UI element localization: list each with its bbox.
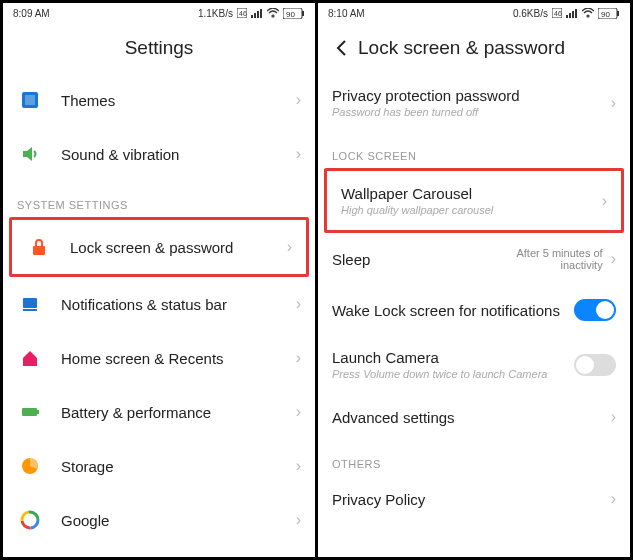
highlight-carousel: Wallpaper Carousel High quality wallpape… xyxy=(324,168,624,233)
speaker-icon xyxy=(17,141,43,167)
page-title: Lock screen & password xyxy=(358,37,565,59)
phone-left: 8:09 AM 1.1KB/s 46 90 Settings Themes › … xyxy=(3,3,318,557)
item-home[interactable]: Home screen & Recents › xyxy=(3,331,315,385)
lock-settings-list: Privacy protection password Password has… xyxy=(318,73,630,557)
lock-icon xyxy=(26,234,52,260)
item-label: Sound & vibration xyxy=(61,146,296,163)
chevron-right-icon: › xyxy=(296,403,301,421)
item-label: Notifications & status bar xyxy=(61,296,296,313)
signal-icon xyxy=(566,8,578,18)
wifi-icon xyxy=(267,8,279,18)
svg-rect-6 xyxy=(25,95,35,105)
status-time: 8:10 AM xyxy=(328,8,365,19)
svg-text:46: 46 xyxy=(554,10,562,17)
sim-icon: 46 xyxy=(237,8,247,18)
svg-text:46: 46 xyxy=(239,10,247,17)
section-lock-screen: LOCK SCREEN xyxy=(318,132,630,168)
item-storage[interactable]: Storage › xyxy=(3,439,315,493)
item-sub: Press Volume down twice to launch Camera xyxy=(332,368,574,380)
phone-right: 8:10 AM 0.6KB/s 46 90 Lock screen & pass… xyxy=(318,3,630,557)
toggle-camera[interactable] xyxy=(574,354,616,376)
google-icon xyxy=(17,507,43,533)
chevron-right-icon: › xyxy=(296,295,301,313)
item-label: Home screen & Recents xyxy=(61,350,296,367)
chevron-left-icon xyxy=(333,39,351,57)
section-system: SYSTEM SETTINGS xyxy=(3,181,315,217)
status-bar: 8:09 AM 1.1KB/s 46 90 xyxy=(3,3,315,23)
notification-icon xyxy=(17,291,43,317)
item-additional[interactable]: Additional settings › xyxy=(3,547,315,557)
item-lock-screen[interactable]: Lock screen & password › xyxy=(12,220,306,274)
item-label: Google xyxy=(61,512,296,529)
chevron-right-icon: › xyxy=(296,349,301,367)
svg-rect-11 xyxy=(37,410,39,414)
battery-icon: 90 xyxy=(283,8,305,19)
status-right: 0.6KB/s 46 90 xyxy=(513,8,620,19)
item-label: Storage xyxy=(61,458,296,475)
item-notifications[interactable]: Notifications & status bar › xyxy=(3,277,315,331)
item-advanced[interactable]: Advanced settings › xyxy=(318,394,630,440)
wifi-icon xyxy=(582,8,594,18)
item-label: Themes xyxy=(61,92,296,109)
chevron-right-icon: › xyxy=(296,511,301,529)
page-title: Settings xyxy=(125,37,194,59)
item-label: Privacy Policy xyxy=(332,491,611,508)
page-header: Settings xyxy=(3,23,315,73)
settings-list: Themes › Sound & vibration › SYSTEM SETT… xyxy=(3,73,315,557)
item-label: Lock screen & password xyxy=(70,239,287,256)
item-label: Launch Camera xyxy=(332,349,574,366)
sim-icon: 46 xyxy=(552,8,562,18)
svg-rect-7 xyxy=(33,246,45,255)
item-sub: Password has been turned off xyxy=(332,106,611,118)
chevron-right-icon: › xyxy=(296,91,301,109)
item-label: Sleep xyxy=(332,251,483,268)
status-speed: 0.6KB/s xyxy=(513,8,548,19)
status-right: 1.1KB/s 46 90 xyxy=(198,8,305,19)
svg-rect-8 xyxy=(23,298,37,308)
back-button[interactable] xyxy=(330,36,354,60)
svg-rect-24 xyxy=(617,11,619,16)
battery-perf-icon xyxy=(17,399,43,425)
item-label: Wallpaper Carousel xyxy=(341,185,602,202)
chevron-right-icon: › xyxy=(611,94,616,112)
svg-rect-10 xyxy=(22,408,37,416)
item-sub: High quality wallpaper carousel xyxy=(341,204,602,216)
toggle-wake[interactable] xyxy=(574,299,616,321)
battery-icon: 90 xyxy=(598,8,620,19)
chevron-right-icon: › xyxy=(296,457,301,475)
item-launch-camera[interactable]: Launch Camera Press Volume down twice to… xyxy=(318,335,630,394)
item-privacy-policy[interactable]: Privacy Policy › xyxy=(318,476,630,522)
chevron-right-icon: › xyxy=(287,238,292,256)
signal-icon xyxy=(251,8,263,18)
item-label: Privacy protection password xyxy=(332,87,611,104)
chevron-right-icon: › xyxy=(611,250,616,268)
item-sleep[interactable]: Sleep After 5 minutes of inactivity › xyxy=(318,233,630,285)
item-battery[interactable]: Battery & performance › xyxy=(3,385,315,439)
item-label: Battery & performance xyxy=(61,404,296,421)
status-time: 8:09 AM xyxy=(13,8,50,19)
item-google[interactable]: Google › xyxy=(3,493,315,547)
screenshot-pair: 8:09 AM 1.1KB/s 46 90 Settings Themes › … xyxy=(0,0,633,560)
chevron-right-icon: › xyxy=(602,192,607,210)
storage-icon xyxy=(17,453,43,479)
chevron-right-icon: › xyxy=(296,145,301,163)
status-speed: 1.1KB/s xyxy=(198,8,233,19)
svg-text:90: 90 xyxy=(286,9,295,18)
highlight-lock: Lock screen & password › xyxy=(9,217,309,277)
svg-rect-3 xyxy=(302,11,304,16)
svg-text:90: 90 xyxy=(601,9,610,18)
item-label: Advanced settings xyxy=(332,409,611,426)
item-value: After 5 minutes of inactivity xyxy=(483,247,603,271)
item-privacy-password[interactable]: Privacy protection password Password has… xyxy=(318,73,630,132)
chevron-right-icon: › xyxy=(611,408,616,426)
item-wallpaper-carousel[interactable]: Wallpaper Carousel High quality wallpape… xyxy=(327,171,621,230)
item-wake-notifications[interactable]: Wake Lock screen for notifications xyxy=(318,285,630,335)
home-icon xyxy=(17,345,43,371)
item-sound[interactable]: Sound & vibration › xyxy=(3,127,315,181)
item-label: Wake Lock screen for notifications xyxy=(332,302,574,319)
svg-rect-9 xyxy=(23,309,37,311)
item-themes[interactable]: Themes › xyxy=(3,73,315,127)
page-header: Lock screen & password xyxy=(318,23,630,73)
section-others: OTHERS xyxy=(318,440,630,476)
chevron-right-icon: › xyxy=(611,490,616,508)
